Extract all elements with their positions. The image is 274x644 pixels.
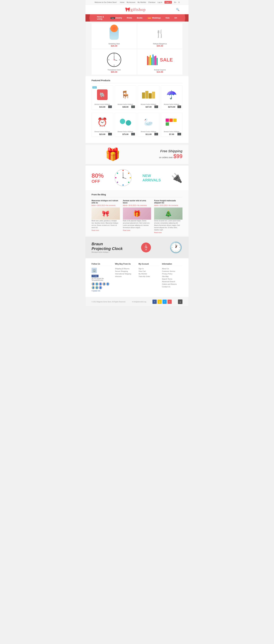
add-to-cart-5[interactable]: 🛒 bbox=[108, 133, 112, 136]
nav-account[interactable]: My Account bbox=[127, 1, 135, 3]
scroll-to-top-button[interactable]: ▲ bbox=[178, 300, 182, 304]
blog-post-3: Fusce feugiat malesuada aliquam leo Admi… bbox=[154, 200, 182, 234]
add-to-cart-2[interactable]: 🛒 bbox=[131, 106, 135, 108]
footer-search-terms[interactable]: Search Terms bbox=[162, 278, 182, 280]
logo[interactable]: 🎀giftshop bbox=[125, 7, 146, 12]
balls-img bbox=[120, 119, 131, 126]
add-to-cart-1[interactable]: 🛒 bbox=[108, 106, 112, 108]
svg-point-15 bbox=[117, 182, 118, 183]
search-button[interactable]: 🔍 bbox=[176, 8, 179, 11]
add-to-cart-4[interactable]: 🛒 bbox=[177, 106, 181, 108]
svg-point-11 bbox=[128, 172, 129, 174]
footer-shipping-returns[interactable]: Shipping & Returns bbox=[115, 268, 136, 270]
feature-heading: BraunProjecting Clock bbox=[92, 242, 123, 251]
footer-track-order[interactable]: Track My Order bbox=[138, 276, 159, 277]
nav-list: Home & Living NewJewelry Categories Bang… bbox=[95, 14, 179, 22]
nav-checkout[interactable]: Checkout bbox=[148, 1, 155, 3]
footer-secure-shopping[interactable]: Secure Shopping bbox=[115, 270, 136, 272]
nav-item-home[interactable]: Home & Living bbox=[95, 14, 108, 22]
footer-privacy-policy[interactable]: Privacy Policy bbox=[162, 273, 182, 275]
product-card-6[interactable]: Aenean luctus tristique: $75.00 🛒 bbox=[115, 113, 137, 137]
facebook-link[interactable]: f Update Info bbox=[92, 290, 112, 292]
product-card-3[interactable]: Aenean luctus tristique: $47.00 🛒 bbox=[138, 86, 159, 110]
footer-international-shipping[interactable]: International Shipping bbox=[115, 273, 136, 275]
like-count: 36,975 people like TemplateMonster. bbox=[92, 278, 112, 281]
nav-item-weddings[interactable]: SaleWeddings bbox=[145, 15, 163, 20]
social-rss-icon[interactable]: r bbox=[167, 300, 172, 304]
nav-item-prints[interactable]: Prints bbox=[125, 15, 135, 20]
product-card-2[interactable]: 🪑 Aenean luctus tristique: $48.00 🛒 bbox=[115, 86, 137, 110]
hero-item-1[interactable]: Vanishing Vase $26.00 bbox=[92, 23, 137, 48]
cart-button[interactable]: Cart: 0 bbox=[164, 1, 172, 4]
facebook-like-button[interactable]: f f Like bbox=[92, 275, 99, 277]
blog-post-2-meta: Admin • 18.01.2013 • No comments bbox=[123, 204, 151, 206]
language-selector[interactable]: En bbox=[174, 1, 176, 3]
footer: Follow Us 🏢 f f Like 36,975 people like … bbox=[86, 258, 188, 297]
header: 🎀giftshop 🔍 bbox=[86, 5, 188, 14]
footer-advanced-search[interactable]: Advanced Search bbox=[162, 281, 182, 282]
bird-icon: 🦢 bbox=[144, 118, 153, 126]
footer-inforoom[interactable]: Inforoom bbox=[115, 276, 136, 277]
nav-item-jewelry[interactable]: NewJewelry Categories Bangles & Bracelet… bbox=[108, 15, 125, 20]
footer-my-wishlist[interactable]: My Wishlist bbox=[138, 273, 159, 275]
product-img-8 bbox=[163, 114, 181, 130]
nav-wishlist[interactable]: My Wishlist bbox=[137, 1, 146, 3]
product-name-8: Aenean luctus tristique: bbox=[163, 131, 181, 132]
footer-view-cart[interactable]: View Cart bbox=[138, 270, 159, 272]
blog-post-2: Aenean auctor wisi et urna lacus Admin •… bbox=[123, 200, 151, 234]
hero-image-4: SALE bbox=[139, 51, 181, 69]
footer-customer-service[interactable]: Customer Service bbox=[162, 270, 182, 272]
feature-subtitle[interactable]: Monique loctis tristique › bbox=[92, 251, 110, 253]
product-card-7[interactable]: 🦢 Aenean luctus tristique: $11.00 🛒 bbox=[138, 113, 159, 137]
product-card-8[interactable]: Aenean luctus tristique: $7.00 🛒 bbox=[161, 113, 183, 137]
product-card-1[interactable]: New 🐘 Aenean luctus tristique: $15.00 🛒 bbox=[92, 86, 113, 110]
blog-post-2-readmore[interactable]: Read more bbox=[123, 230, 130, 231]
currency-selector[interactable]: $ bbox=[178, 1, 179, 3]
hero-item-4[interactable]: SALE Animal Crayons $19.99 bbox=[137, 49, 182, 75]
product-card-5[interactable]: ⏰ Aenean luctus tristique: $23.00 🛒 bbox=[92, 113, 113, 137]
free-shipping-text: Free Shipping on orders over $99 bbox=[159, 149, 182, 160]
why-buy-title: Why Buy From Us bbox=[115, 263, 136, 266]
product-img-2: 🪑 bbox=[116, 87, 135, 102]
blog-post-3-readmore[interactable]: Read more bbox=[154, 232, 161, 234]
footer-site-map[interactable]: Site Map bbox=[162, 276, 182, 277]
social-twitter-icon[interactable]: t bbox=[162, 300, 167, 304]
nav-item-art[interactable]: Art bbox=[172, 15, 179, 20]
add-to-cart-8[interactable]: 🛒 bbox=[177, 133, 181, 136]
footer-orders-returns[interactable]: Orders and Returns bbox=[162, 283, 182, 285]
fb-icon: f bbox=[93, 275, 93, 277]
hero-grid: Vanishing Vase $26.00 🍴 Nettype Bargamus… bbox=[86, 22, 188, 76]
sale-text: SALE bbox=[160, 57, 173, 63]
nav-login[interactable]: Log In bbox=[158, 1, 162, 3]
product-img-1: 🐘 bbox=[93, 87, 112, 102]
hero-item-2[interactable]: 🍴 Nettype Bargamus $35.50 bbox=[137, 23, 182, 48]
nav-home[interactable]: Home bbox=[120, 1, 125, 3]
hero-image-2: 🍴 bbox=[139, 24, 181, 43]
hero-item-3[interactable]: 12 3 6 9 Triumphere Clock $65.00 bbox=[92, 49, 137, 75]
nav-item-books[interactable]: Books bbox=[135, 15, 145, 20]
footer-contact-us[interactable]: Contact Us bbox=[162, 286, 182, 288]
add-to-cart-3[interactable]: 🛒 bbox=[154, 106, 158, 108]
power-adapter-icon: 🔌 bbox=[171, 172, 182, 183]
footer-about-us[interactable]: About Us bbox=[162, 268, 182, 270]
chair-icon: 🪑 bbox=[121, 90, 130, 99]
blog-post-3-img: 🎄 bbox=[154, 208, 182, 220]
nav-item-kids[interactable]: Kids bbox=[163, 15, 172, 20]
new-arrivals-text: NEWARRIVALS bbox=[142, 174, 161, 182]
gift-box-icon: 🎁 bbox=[105, 147, 120, 162]
hero-item-3-price: $65.00 bbox=[93, 71, 135, 73]
blog-post-1-readmore[interactable]: Read more bbox=[92, 230, 99, 231]
product-name-4: Aenean luctus tristique: bbox=[163, 104, 181, 105]
blog-post-3-title: Fusce feugiat malesuada aliquam leo bbox=[154, 200, 182, 204]
social-google-icon[interactable]: g bbox=[157, 300, 162, 304]
clock-display-icon: 🕐 bbox=[169, 241, 182, 254]
product-card-4[interactable]: ☂️ Aenean luctus tristique: $274.00 🛒 bbox=[161, 86, 183, 110]
logo-text: giftshop bbox=[131, 7, 146, 12]
footer-email[interactable]: ✉ info@demolink.org bbox=[132, 301, 146, 303]
hero-image-3: 12 3 6 9 bbox=[93, 51, 135, 69]
add-to-cart-7[interactable]: 🛒 bbox=[154, 133, 158, 136]
social-facebook-icon[interactable]: f bbox=[152, 300, 157, 304]
featured-title: Featured Products bbox=[92, 79, 182, 83]
footer-sign-in[interactable]: Sign In bbox=[138, 268, 159, 270]
add-to-cart-6[interactable]: 🛒 bbox=[131, 133, 135, 136]
